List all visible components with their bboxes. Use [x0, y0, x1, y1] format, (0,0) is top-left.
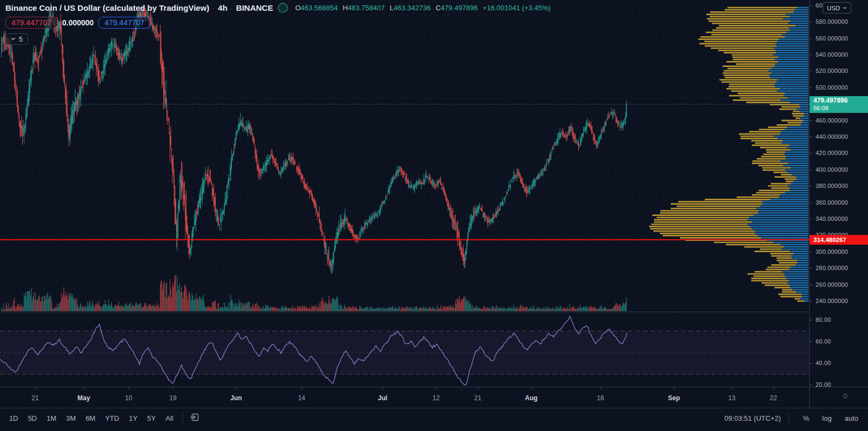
- time-axis-tick: [674, 387, 675, 390]
- toolbar-right: 09:03:51 (UTC+2) % log auto: [722, 408, 868, 424]
- price-axis-label: 280.000000: [810, 265, 848, 271]
- range-button-All[interactable]: All: [162, 413, 177, 424]
- axis-corner-divider: [809, 387, 810, 408]
- chart-pane[interactable]: [0, 0, 809, 387]
- currency-dropdown[interactable]: USD: [823, 2, 851, 14]
- rsi-axis-label: 80.00: [810, 316, 831, 323]
- time-axis-label[interactable]: Sep: [668, 394, 680, 402]
- time-axis-label[interactable]: 21: [474, 394, 481, 402]
- chevron-down-icon: [11, 37, 16, 41]
- price-axis[interactable]: 20.0040.0060.0080.00240.000000260.000000…: [809, 0, 868, 387]
- price-axis-label: 500.000000: [810, 84, 848, 91]
- time-axis-label[interactable]: Jun: [230, 394, 242, 402]
- exchange-label: BINANCE: [236, 3, 273, 12]
- time-axis-tick: [84, 387, 84, 390]
- alert-line-axis-label[interactable]: 314.480267: [810, 235, 868, 245]
- axis-settings-icon[interactable]: ☼: [841, 390, 850, 401]
- clock[interactable]: 09:03:51 (UTC+2): [722, 413, 783, 424]
- range-button-6M[interactable]: 6M: [82, 413, 99, 424]
- separator-dot: ·: [212, 4, 215, 12]
- indicator-count: 5: [19, 35, 23, 43]
- bottom-toolbar: 1D5D1M3M6MYTD1Y5YAll 09:03:51 (UTC+2) % …: [0, 408, 868, 431]
- time-axis-label[interactable]: 16: [597, 394, 604, 402]
- chevron-down-icon: [843, 6, 847, 9]
- candles-layer: [1, 3, 627, 274]
- time-axis-label[interactable]: 19: [169, 394, 176, 402]
- time-axis-label[interactable]: Jul: [378, 394, 387, 402]
- time-axis-label[interactable]: 12: [432, 394, 439, 402]
- price-axis-label: 420.000000: [810, 150, 848, 156]
- rsi-axis-label: 60.00: [810, 338, 831, 345]
- price-axis-label: 340.000000: [810, 216, 848, 222]
- price-axis-label: 360.000000: [810, 199, 848, 206]
- time-axis-tick: [773, 387, 774, 390]
- chart-legend: Binance Coin / US Dollar (calculated by …: [5, 3, 551, 13]
- currency-label: USD: [827, 5, 840, 11]
- time-axis-tick: [732, 387, 732, 390]
- indicators-row: 5: [5, 33, 28, 45]
- current-price-value: 479.497896: [813, 96, 868, 105]
- goto-date-button[interactable]: [189, 411, 201, 425]
- price-axis-label: 400.000000: [810, 166, 848, 173]
- price-axis-label: 540.000000: [810, 51, 848, 58]
- ohlc-values: O463.568854 H483.758407 L463.342736 C479…: [295, 4, 551, 12]
- time-axis-label[interactable]: May: [77, 394, 90, 402]
- price-chart-canvas[interactable]: [0, 0, 809, 387]
- symbol-title[interactable]: Binance Coin / US Dollar (calculated by …: [5, 3, 209, 12]
- toolbar-divider: [183, 412, 183, 422]
- time-axis-tick: [302, 387, 302, 390]
- symbol-logo-icon: [278, 3, 288, 13]
- toolbar-divider: [789, 413, 789, 424]
- range-button-YTD[interactable]: YTD: [101, 413, 123, 424]
- time-axis-tick: [436, 387, 437, 390]
- bar-countdown: 56:08: [813, 105, 868, 112]
- time-axis-tick: [478, 387, 478, 390]
- range-button-1Y[interactable]: 1Y: [125, 413, 141, 424]
- rsi-layer: [0, 316, 809, 385]
- price-axis-label: 260.000000: [810, 281, 848, 288]
- time-axis-label[interactable]: 10: [125, 394, 132, 402]
- time-axis-tick: [173, 387, 173, 390]
- time-axis-label[interactable]: 13: [728, 394, 735, 402]
- price-axis-label: 560.000000: [810, 35, 848, 42]
- time-axis-label[interactable]: 14: [298, 394, 305, 402]
- range-button-3M[interactable]: 3M: [62, 413, 79, 424]
- separator-dot: ·: [231, 4, 233, 12]
- tradingview-app: Binance Coin / US Dollar (calculated by …: [0, 0, 868, 431]
- pane-separator[interactable]: [0, 312, 868, 312]
- time-axis-label[interactable]: 21: [31, 394, 38, 402]
- time-axis-tick: [35, 387, 36, 390]
- price-change: +16.001041 (+3.45%): [483, 4, 551, 12]
- time-axis[interactable]: ☼ 21May1019Jun14Jul1221Aug16Sep1322: [0, 387, 868, 408]
- range-button-5Y[interactable]: 5Y: [143, 413, 159, 424]
- time-axis-label[interactable]: 22: [770, 394, 777, 402]
- current-price-label[interactable]: 479.497896 56:08: [810, 96, 868, 113]
- indicators-collapse-button[interactable]: 5: [5, 33, 28, 45]
- price-axis-label: 300.000000: [810, 248, 848, 255]
- time-axis-tick: [531, 387, 532, 390]
- range-button-5D[interactable]: 5D: [24, 413, 41, 424]
- order-price-box[interactable]: 479.447707: [98, 17, 150, 29]
- price-axis-label: 520.000000: [810, 68, 848, 74]
- price-axis-label: 440.000000: [810, 133, 848, 140]
- interval-label[interactable]: 4h: [218, 3, 228, 12]
- price-axis-label: 380.000000: [810, 183, 848, 189]
- percent-scale-button[interactable]: %: [799, 413, 814, 424]
- rsi-axis-label: 40.00: [810, 360, 831, 366]
- alert-price-box[interactable]: 479.447707: [5, 17, 57, 29]
- goto-date-icon: [190, 412, 200, 422]
- pnl-value: 0.000000: [62, 18, 94, 27]
- time-axis-tick: [129, 387, 129, 390]
- time-axis-tick: [383, 387, 383, 390]
- price-axis-label: 580.000000: [810, 18, 848, 25]
- time-axis-label[interactable]: Aug: [525, 394, 537, 402]
- range-button-1M[interactable]: 1M: [43, 413, 60, 424]
- log-scale-button[interactable]: log: [818, 413, 836, 424]
- auto-scale-button[interactable]: auto: [840, 413, 863, 424]
- range-button-1D[interactable]: 1D: [5, 413, 22, 424]
- volume-profile-layer: [649, 7, 809, 302]
- date-range-switcher: 1D5D1M3M6MYTD1Y5YAll: [0, 408, 177, 424]
- time-axis-tick: [600, 387, 601, 390]
- price-axis-label: 460.000000: [810, 117, 848, 124]
- price-widgets-row: 479.447707 0.000000 479.447707: [5, 17, 150, 29]
